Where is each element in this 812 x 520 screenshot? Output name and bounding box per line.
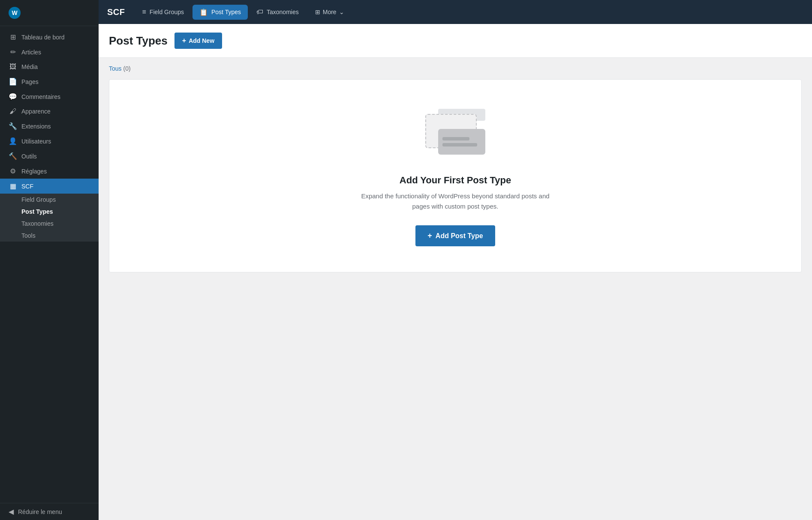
active-arrow-icon: ◀ (86, 183, 90, 189)
sidebar-item-label-media: Média (21, 63, 38, 70)
sidebar-subitem-field-groups[interactable]: Field Groups (0, 194, 99, 206)
sidebar-item-label-extensions: Extensions (21, 123, 51, 130)
post-types-tab-label: Post Types (211, 9, 241, 15)
illustration-line-1 (442, 137, 469, 140)
sidebar-item-outils[interactable]: 🔨 Outils (0, 149, 99, 164)
wordpress-icon: W (9, 7, 21, 19)
sidebar-navigation: ⊞ Tableau de bord ✏ Articles 🖼 Média 📄 P… (0, 26, 99, 503)
sidebar-subitem-post-types[interactable]: Post Types (0, 206, 99, 218)
filter-all-link[interactable]: Tous (0) (109, 65, 131, 72)
post-types-tab-icon: 📋 (199, 8, 208, 16)
taxonomies-tab-label: Taxonomies (267, 9, 299, 15)
illustration-front-card (438, 129, 485, 155)
topnav-more-label: More (323, 9, 337, 15)
sidebar-subitem-tools[interactable]: Tools (0, 230, 99, 242)
sidebar-item-label-scf: SCF (21, 183, 33, 190)
add-new-button[interactable]: + Add New (174, 33, 222, 49)
sidebar-item-label-utilisateurs: Utilisateurs (21, 138, 51, 145)
sidebar-item-reglages[interactable]: ⚙ Réglages (0, 164, 99, 179)
sidebar-item-label-outils: Outils (21, 153, 37, 160)
add-post-type-button[interactable]: + Add Post Type (415, 225, 495, 246)
topnav-tabs: ≡ Field Groups 📋 Post Types 🏷 Taxonomies (135, 5, 306, 20)
filter-bar: Tous (0) (99, 58, 812, 76)
collapse-menu-label: Réduire le menu (18, 508, 62, 515)
empty-state-title: Add Your First Post Type (400, 175, 511, 186)
field-groups-tab-icon: ≡ (142, 8, 146, 16)
pages-icon: 📄 (9, 78, 17, 86)
add-post-type-label: Add Post Type (436, 232, 483, 240)
illustration-line-2 (442, 143, 477, 146)
sidebar-subitem-taxonomies[interactable]: Taxonomies (0, 218, 99, 230)
page-header: Post Types + Add New (99, 24, 812, 58)
scf-icon: ▦ (9, 182, 17, 190)
page-content: Post Types + Add New Tous (0) (99, 24, 812, 520)
utilisateurs-icon: 👤 (9, 137, 17, 145)
sidebar-item-tableau-de-bord[interactable]: ⊞ Tableau de bord (0, 30, 99, 45)
sidebar-item-label-commentaires: Commentaires (21, 93, 60, 100)
sidebar-item-articles[interactable]: ✏ Articles (0, 45, 99, 60)
add-new-label: Add New (189, 37, 214, 44)
collapse-icon: ◀ (9, 508, 14, 516)
sidebar: W ⊞ Tableau de bord ✏ Articles 🖼 Média 📄… (0, 0, 99, 520)
empty-state-card: Add Your First Post Type Expand the func… (109, 79, 802, 272)
topnav-tab-taxonomies[interactable]: 🏷 Taxonomies (250, 5, 306, 19)
sidebar-item-label-reglages: Réglages (21, 168, 47, 175)
sidebar-item-label-apparence: Apparence (21, 108, 51, 115)
taxonomies-tab-icon: 🏷 (256, 8, 263, 16)
more-grid-icon: ⊞ (315, 9, 320, 15)
sidebar-item-scf[interactable]: ▦ SCF ◀ (0, 179, 99, 194)
filter-all-label: Tous (109, 65, 122, 72)
tableau-de-bord-icon: ⊞ (9, 33, 17, 41)
sidebar-item-pages[interactable]: 📄 Pages (0, 74, 99, 89)
empty-state-description: Expand the functionality of WordPress be… (352, 191, 558, 212)
page-title: Post Types (109, 34, 168, 48)
scf-submenu: Field GroupsPost TypesTaxonomiesTools (0, 194, 99, 242)
topnav-tab-field-groups[interactable]: ≡ Field Groups (135, 5, 191, 19)
extensions-icon: 🔧 (9, 122, 17, 130)
outils-icon: 🔨 (9, 152, 17, 160)
empty-illustration (421, 105, 490, 161)
sidebar-item-utilisateurs[interactable]: 👤 Utilisateurs (0, 134, 99, 149)
main-content: SCF ≡ Field Groups 📋 Post Types 🏷 Taxono… (99, 0, 812, 520)
filter-count: (0) (123, 65, 130, 72)
commentaires-icon: 💬 (9, 93, 17, 101)
media-icon: 🖼 (9, 63, 17, 71)
articles-icon: ✏ (9, 48, 17, 56)
sidebar-brand: W (0, 0, 99, 26)
reglages-icon: ⚙ (9, 167, 17, 175)
sidebar-item-apparence[interactable]: 🖌 Apparence (0, 104, 99, 119)
sidebar-item-label-pages: Pages (21, 78, 39, 85)
topnav-brand: SCF (107, 7, 125, 17)
plus-icon: + (182, 37, 186, 45)
sidebar-item-media[interactable]: 🖼 Média (0, 60, 99, 74)
topnav-tab-post-types[interactable]: 📋 Post Types (192, 5, 248, 20)
add-post-type-plus-icon: + (427, 231, 432, 240)
sidebar-item-extensions[interactable]: 🔧 Extensions (0, 119, 99, 134)
chevron-down-icon: ⌄ (339, 9, 344, 15)
sidebar-item-commentaires[interactable]: 💬 Commentaires (0, 89, 99, 104)
collapse-menu-button[interactable]: ◀ Réduire le menu (0, 503, 99, 520)
apparence-icon: 🖌 (9, 108, 17, 115)
sidebar-item-label-tableau-de-bord: Tableau de bord (21, 34, 64, 41)
top-navigation: SCF ≡ Field Groups 📋 Post Types 🏷 Taxono… (99, 0, 812, 24)
topnav-more-button[interactable]: ⊞ More ⌄ (309, 5, 350, 19)
field-groups-tab-label: Field Groups (150, 9, 184, 15)
sidebar-item-label-articles: Articles (21, 49, 41, 56)
